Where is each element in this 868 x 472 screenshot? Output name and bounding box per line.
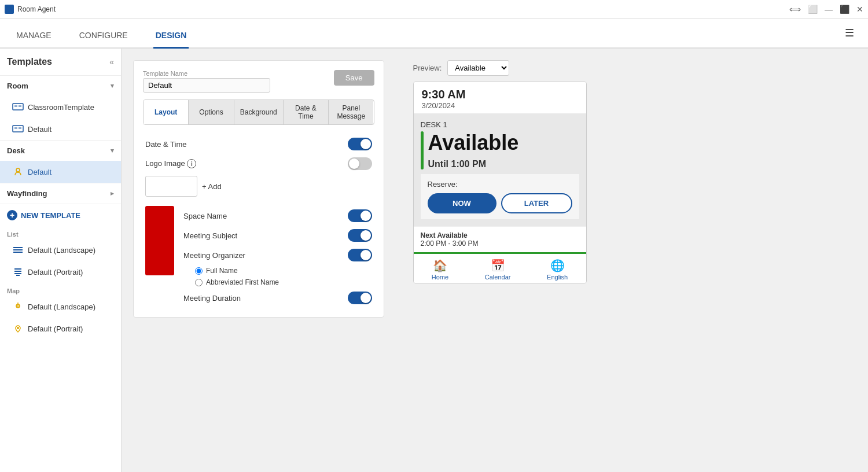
device-time: 9:30 AM: [422, 88, 578, 101]
sidebar-item-classroom[interactable]: ClassroomTemplate: [0, 96, 121, 118]
svg-rect-13: [16, 275, 20, 276]
svg-rect-11: [14, 271, 21, 272]
meeting-duration-toggle[interactable]: [348, 292, 372, 304]
title-bar-controls: ⟺ ⬜ — ⬛ ✕: [789, 5, 863, 14]
sidebar-section-wayfinding-label: Wayfinding: [7, 189, 47, 198]
tab-configure[interactable]: CONFIGURE: [77, 24, 130, 49]
app-title: Room Agent: [17, 5, 56, 13]
sidebar-section-desk-chevron: ▾: [111, 147, 114, 154]
tab-panel-message[interactable]: Panel Message: [329, 100, 373, 124]
date-time-toggle[interactable]: [348, 138, 372, 150]
sidebar-section-desk-label: Desk: [7, 146, 25, 155]
meeting-organizer-toggle-track: [348, 249, 372, 261]
new-template-btn[interactable]: + NEW TEMPLATE: [0, 204, 121, 226]
device-reserve-label: Reserve:: [428, 180, 572, 189]
sidebar-item-classroom-label: ClassroomTemplate: [28, 103, 94, 112]
device-footer-calendar[interactable]: 📅 Calendar: [485, 259, 511, 281]
sidebar-item-default-room[interactable]: Default: [0, 118, 121, 140]
template-name-input[interactable]: [143, 78, 270, 93]
device-next-time: 2:00 PM - 3:00 PM: [421, 239, 579, 248]
device-status-row: Available Until 1:00 PM: [421, 131, 579, 169]
home-icon: 🏠: [433, 259, 447, 272]
nav-menu-icon[interactable]: ☰: [845, 27, 854, 47]
device-btn-later[interactable]: LATER: [501, 193, 572, 213]
svg-point-6: [16, 168, 20, 172]
radio-abbreviated[interactable]: Abbreviated First Name: [183, 276, 372, 288]
sidebar-section-room-label: Room: [7, 82, 28, 90]
sidebar-section-room-header[interactable]: Room ▾: [0, 76, 121, 96]
tab-background[interactable]: Background: [234, 100, 284, 124]
classroom-icon: [12, 101, 24, 113]
date-time-toggle-track: [348, 138, 372, 150]
svg-rect-8: [13, 249, 23, 250]
sidebar-section-room-chevron: ▾: [111, 82, 114, 90]
main-layout: Templates « Room ▾ ClassroomTemplate: [0, 49, 868, 472]
tab-layout[interactable]: Layout: [144, 100, 189, 124]
sidebar-section-desk-header[interactable]: Desk ▾: [0, 141, 121, 161]
sidebar-collapse-icon[interactable]: «: [109, 57, 114, 67]
preview-label: Preview:: [413, 64, 442, 72]
sidebar-item-default-room-label: Default: [28, 125, 52, 134]
meeting-subject-toggle-track: [348, 229, 372, 242]
sidebar-section-wayfinding: Wayfinding ▸: [0, 183, 121, 204]
radio-full-name-input[interactable]: [195, 267, 203, 275]
sidebar-item-map-portrait[interactable]: Default (Portrait): [0, 318, 121, 340]
radio-abbreviated-input[interactable]: [195, 279, 203, 286]
sidebar-section-wayfinding-header[interactable]: Wayfinding ▸: [0, 183, 121, 204]
tab-date-time[interactable]: Date & Time: [284, 100, 329, 124]
settings-content: Date & Time Logo Image i: [143, 134, 374, 308]
device-btn-now[interactable]: NOW: [428, 193, 496, 213]
tab-manage[interactable]: MANAGE: [14, 24, 54, 49]
radio-full-name[interactable]: Full Name: [183, 265, 372, 276]
sidebar-section-room: Room ▾ ClassroomTemplate Default: [0, 76, 121, 141]
logo-image-label: Logo Image i: [145, 159, 196, 169]
title-bar-split-icon[interactable]: ⟺: [789, 5, 801, 14]
svg-rect-4: [14, 127, 17, 129]
svg-rect-2: [19, 105, 21, 107]
meeting-organizer-toggle[interactable]: [348, 249, 372, 261]
device-status-text: Available: [428, 131, 579, 154]
device-next-label: Next Available: [421, 231, 579, 239]
space-name-toggle[interactable]: [348, 209, 372, 222]
tab-options[interactable]: Options: [189, 100, 234, 124]
title-bar-minimize[interactable]: —: [825, 5, 833, 14]
color-swatch: [145, 206, 174, 275]
sidebar-item-list-portrait[interactable]: Default (Portrait): [0, 261, 121, 283]
meeting-organizer-toggle-thumb: [361, 250, 371, 260]
title-bar-maximize[interactable]: ⬛: [840, 5, 849, 14]
device-header: 9:30 AM 3/20/2024: [414, 82, 586, 113]
sidebar-item-default-desk[interactable]: Default: [0, 161, 121, 183]
meeting-duration-label: Meeting Duration: [183, 294, 241, 303]
add-logo-button[interactable]: + Add: [202, 182, 222, 191]
preview-dropdown[interactable]: Available Busy Pending: [447, 60, 509, 76]
sidebar-section-wayfinding-chevron: ▸: [111, 190, 114, 197]
device-next-available: Next Available 2:00 PM - 3:00 PM: [414, 226, 586, 252]
device-footer: 🏠 Home 📅 Calendar 🌐 English: [414, 252, 586, 283]
save-button[interactable]: Save: [334, 70, 374, 86]
meeting-subject-toggle[interactable]: [348, 229, 372, 242]
new-template-plus-icon: +: [7, 210, 17, 220]
space-name-toggle-track: [348, 209, 372, 222]
svg-rect-1: [14, 105, 17, 107]
device-footer-language[interactable]: 🌐 English: [547, 259, 568, 281]
sidebar-item-list-landscape[interactable]: Default (Landscape): [0, 239, 121, 261]
logo-info-icon[interactable]: i: [187, 159, 196, 168]
device-status-bar: [421, 131, 424, 169]
sidebar-item-map-landscape[interactable]: Default (Landscape): [0, 296, 121, 318]
svg-rect-5: [19, 127, 21, 129]
template-name-field: Template Name: [143, 70, 270, 93]
title-bar-close[interactable]: ✕: [856, 5, 863, 14]
svg-point-15: [17, 305, 19, 307]
tab-design[interactable]: DESIGN: [153, 24, 189, 49]
svg-point-16: [17, 327, 19, 329]
device-footer-home[interactable]: 🏠 Home: [432, 259, 448, 281]
title-bar-back-icon[interactable]: ⬜: [808, 5, 818, 14]
map-sub-label: Map: [0, 283, 121, 296]
logo-image-toggle[interactable]: [348, 157, 372, 170]
svg-rect-3: [13, 126, 23, 132]
meeting-duration-toggle-track: [348, 292, 372, 304]
setting-meeting-organizer: Meeting Organizer: [183, 245, 372, 265]
sidebar-section-desk: Desk ▾ Default: [0, 141, 121, 183]
svg-rect-9: [13, 252, 23, 253]
svg-rect-7: [13, 247, 23, 248]
